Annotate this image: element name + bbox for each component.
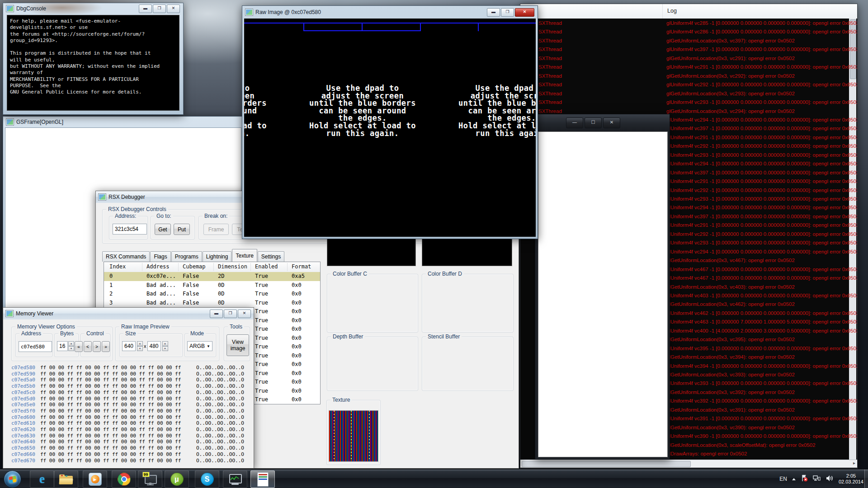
- gsframe-titlebar[interactable]: GSFrame[OpenGL]: [3, 117, 242, 127]
- tab-lightning[interactable]: Lightning: [203, 251, 232, 262]
- raw-blue-tick: [478, 23, 479, 31]
- maximize-button[interactable]: ☐: [585, 117, 602, 128]
- hex-bytes: ff 00 00 ff ff 00 00 ff ff 00 00 ff ff 0…: [40, 458, 181, 464]
- maximize-button[interactable]: ❐: [153, 5, 166, 13]
- log-line: glGetUniformLocation(0x3, vc291): opengl…: [666, 56, 795, 61]
- hex-address: c07ed5a0: [11, 377, 35, 383]
- table-cell: 0x0: [292, 308, 302, 314]
- hex-address: c07ed660: [11, 451, 35, 458]
- minimize-button[interactable]: ▬: [139, 5, 152, 13]
- log-hscroll-thumb[interactable]: [522, 461, 691, 467]
- log-hscroll-right-arrow-icon[interactable]: ▸: [853, 460, 855, 465]
- column-separator[interactable]: [287, 263, 288, 271]
- table-cell: 0: [109, 273, 113, 279]
- log-line: glGetUniformLocation(0x3, vc395): opengl…: [666, 337, 795, 342]
- log-line: glUniform4f vc291 -1 [0.000000 0.000000 …: [666, 64, 857, 70]
- table-cell: True: [255, 291, 268, 297]
- log-line: glUniform4f vc291 -1 [0.000000 0.000000 …: [666, 135, 857, 140]
- taskbar-item-windows-explorer[interactable]: [54, 470, 78, 488]
- taskbar-item-chrome[interactable]: [112, 470, 136, 488]
- log-column-header[interactable]: Log: [667, 8, 677, 14]
- hex-address: c07ed640: [11, 439, 35, 445]
- rsx-goto-group: Go to: Get Put: [151, 216, 195, 239]
- hex-address: c07ed670: [11, 458, 35, 464]
- table-cell: 2: [109, 291, 113, 297]
- hex-bytes: ff 00 00 ff ff 00 00 ff ff 00 00 ff ff 0…: [40, 396, 181, 402]
- hex-bytes: ff 00 00 ff ff 00 00 ff ff 00 00 ff ff 0…: [40, 414, 181, 421]
- log-line: glUniform4f vc403 -1 [0.000000 0.000000 …: [666, 293, 857, 298]
- column-separator[interactable]: [213, 263, 214, 271]
- log-line: glUniform4f vc292 -1 [0.000000 0.000000 …: [666, 82, 857, 87]
- column-separator[interactable]: [178, 263, 179, 271]
- action-center-flag-icon[interactable]: [801, 474, 808, 483]
- table-cell: True: [255, 300, 268, 306]
- table-cell: 0x0: [292, 282, 302, 288]
- close-icon[interactable]: ✕: [515, 8, 534, 17]
- close-icon[interactable]: ✕: [167, 5, 180, 13]
- tab-programs[interactable]: Programs: [171, 251, 202, 262]
- table-row[interactable]: 00xc07e...False2DTrue0xa5: [104, 272, 320, 281]
- minimize-button[interactable]: ▬: [487, 8, 500, 17]
- network-icon[interactable]: [813, 475, 821, 483]
- hex-ascii: O..OO..OO..OO..O: [196, 383, 244, 389]
- taskbar-item-emulator-window[interactable]: [250, 470, 275, 488]
- dbg-console-titlebar[interactable]: DbgConsole ▬ ❐ ✕: [3, 3, 183, 14]
- rsx-address-input[interactable]: 321c3c54: [113, 224, 147, 235]
- raw-image-text-block: Use the dpad toadjust the screenuntil th…: [444, 84, 536, 137]
- hidden-icons-chevron-icon[interactable]: [792, 478, 796, 480]
- hex-bytes: ff 00 00 ff ff 00 00 ff ff 00 00 ff ff 0…: [40, 383, 181, 389]
- taskbar-item-utorrent[interactable]: µ: [165, 470, 189, 488]
- log-line: glGetUniformLocation(0x3, vc467): opengl…: [666, 258, 795, 263]
- log-thread-label: SXThread: [538, 38, 562, 43]
- put-button[interactable]: Put: [174, 224, 190, 235]
- column-separator[interactable]: [142, 263, 142, 271]
- stencil-buffer-label: Stencil Buffer: [426, 333, 462, 340]
- taskbar-item-skype[interactable]: S: [195, 470, 219, 488]
- tab-rsx-commands[interactable]: RSX Commands: [102, 251, 150, 262]
- internet-explorer-icon: e: [39, 472, 45, 486]
- get-button[interactable]: Get: [155, 224, 171, 235]
- volume-icon[interactable]: [826, 475, 834, 483]
- table-row[interactable]: 3Bad ad...False0DTrue0x0: [104, 299, 320, 308]
- hex-address: c07ed650: [11, 445, 35, 451]
- column-separator[interactable]: [250, 263, 251, 271]
- dbg-console-window: DbgConsole ▬ ❐ ✕ For help, please mail <…: [3, 3, 184, 115]
- tab-flags[interactable]: Flags: [150, 251, 170, 262]
- taskbar-item-system-monitor[interactable]: [223, 470, 247, 488]
- tab-settings[interactable]: Settings: [258, 251, 284, 262]
- hex-ascii: O..OO..OO..OO..O: [196, 451, 244, 458]
- log-horizontal-scrollbar[interactable]: ▸: [520, 460, 857, 468]
- hex-ascii: O..OO..OO..OO..O: [196, 458, 244, 464]
- hex-address: c07ed630: [11, 433, 35, 439]
- language-indicator[interactable]: EN: [779, 476, 787, 482]
- show-desktop-button[interactable]: [864, 469, 868, 488]
- close-icon[interactable]: ✕: [603, 117, 620, 128]
- taskbar-item-performance-meter[interactable]: 99: [138, 470, 162, 488]
- tab-texture[interactable]: Texture: [232, 249, 257, 262]
- log-line: glUniform4f vc390 -1 [0.000000 0.000000 …: [666, 433, 857, 439]
- clock[interactable]: 2:05 02.03.2014: [839, 473, 863, 485]
- desktop: GSFrame[OpenGL] Log SXThreadglUniform4f …: [0, 0, 868, 488]
- taskbar-item-media-player[interactable]: ▶: [83, 470, 107, 488]
- maximize-button[interactable]: ❐: [501, 8, 514, 17]
- taskbar-item-internet-explorer[interactable]: e: [30, 470, 54, 488]
- table-cell: True: [255, 343, 268, 350]
- minimize-button[interactable]: —: [566, 117, 583, 128]
- table-row[interactable]: 2Bad ad...False0DTrue0x0: [104, 290, 320, 299]
- table-cell: 0x0: [292, 370, 302, 376]
- break-frame-button[interactable]: Frame: [203, 224, 229, 235]
- table-cell: True: [255, 308, 268, 314]
- log-line: glUniform4f vc463 -1 [0.000000 7.000000 …: [666, 319, 857, 324]
- console-line: will be useful,: [10, 57, 176, 63]
- log-column-divider[interactable]: [662, 4, 663, 19]
- table-row[interactable]: 1Bad ad...False0DTrue0x0: [104, 281, 320, 290]
- start-button[interactable]: [4, 470, 21, 488]
- raw-image-titlebar[interactable]: Raw Image @ 0xc07ed580 ▬ ❐ ✕: [242, 6, 538, 19]
- color-buffer-d-group: Color Buffer D: [422, 274, 514, 333]
- console-line: This program is distributed in the hope …: [10, 50, 176, 56]
- hex-address: c07ed580: [11, 365, 35, 371]
- aux-window-content: [538, 131, 668, 457]
- aux-window-titlebar[interactable]: — ☐ ✕: [535, 114, 670, 131]
- rsx-address-label: Address:: [113, 213, 138, 219]
- log-thread-label: SXThread: [538, 56, 562, 61]
